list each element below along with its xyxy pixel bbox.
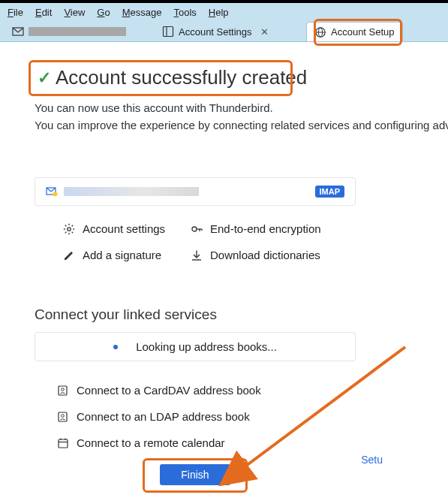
desc-line-1: You can now use this account with Thunde… xyxy=(35,100,413,117)
connect-list: Connect to a CardDAV address book Connec… xyxy=(57,384,413,449)
page-title: Account successfully created xyxy=(56,66,307,89)
menu-message[interactable]: Message xyxy=(116,7,168,18)
svg-line-15 xyxy=(65,231,67,233)
svg-point-8 xyxy=(68,227,71,230)
lookup-text: Looking up address books... xyxy=(136,340,277,353)
settings-panel-icon xyxy=(162,26,174,38)
download-icon xyxy=(191,249,203,261)
quick-links: Account settings End-to-end encryption A… xyxy=(63,222,413,261)
svg-point-7 xyxy=(53,192,58,197)
connect-carddav[interactable]: Connect to a CardDAV address book xyxy=(57,384,413,397)
link-label: Add a signature xyxy=(83,249,161,261)
connect-calendar[interactable]: Connect to a remote calendar xyxy=(57,436,413,449)
svg-point-26 xyxy=(62,414,65,417)
tab-inbox[interactable] xyxy=(5,22,155,41)
gear-icon xyxy=(63,223,75,235)
svg-line-13 xyxy=(65,225,67,226)
account-email-redacted xyxy=(64,187,199,196)
link-label: End-to-end encryption xyxy=(210,222,321,235)
link-e2e-encryption[interactable]: End-to-end encryption xyxy=(191,222,341,235)
tab-label: Account Setup xyxy=(331,26,395,38)
checkmark-icon: ✓ xyxy=(38,68,51,88)
link-label: Account settings xyxy=(83,222,165,235)
svg-point-24 xyxy=(62,388,65,391)
close-icon[interactable]: ✕ xyxy=(260,26,270,37)
svg-rect-27 xyxy=(59,439,68,448)
svg-line-16 xyxy=(72,225,74,226)
description: You can now use this account with Thunde… xyxy=(35,100,413,134)
mail-icon xyxy=(46,186,58,198)
mail-icon xyxy=(12,26,24,38)
svg-point-17 xyxy=(192,227,197,231)
key-icon xyxy=(191,223,203,235)
link-download-dictionaries[interactable]: Download dictionaries xyxy=(191,249,341,261)
globe-icon xyxy=(314,26,326,38)
linked-services-title: Connect your linked services xyxy=(35,306,413,323)
finish-button[interactable]: Finish xyxy=(160,464,230,485)
tabbar: Account Settings ✕ Account Setup xyxy=(0,21,448,42)
main-content: ✓ Account successfully created You can n… xyxy=(0,42,448,485)
account-card: IMAP xyxy=(35,177,356,206)
desc-line-2: You can improve the experience by connec… xyxy=(35,117,413,134)
menu-file[interactable]: File xyxy=(2,7,29,18)
tab-inbox-label-redacted xyxy=(29,27,126,36)
svg-rect-1 xyxy=(164,27,173,37)
menu-tools[interactable]: Tools xyxy=(167,7,202,18)
calendar-icon xyxy=(57,437,69,449)
loading-dot-icon xyxy=(113,345,118,349)
tab-account-setup[interactable]: Account Setup xyxy=(306,22,403,41)
setup-link-partial[interactable]: Setu xyxy=(361,454,383,466)
link-add-signature[interactable]: Add a signature xyxy=(63,249,191,261)
menu-help[interactable]: Help xyxy=(203,7,235,18)
addressbook-icon xyxy=(57,385,69,397)
connect-label: Connect to a remote calendar xyxy=(77,436,225,449)
page-heading: ✓ Account successfully created xyxy=(35,63,314,92)
menubar: File Edit View Go Message Tools Help xyxy=(0,3,448,21)
tab-account-settings[interactable]: Account Settings ✕ xyxy=(155,22,305,41)
tab-label: Account Settings xyxy=(179,26,252,38)
menu-view[interactable]: View xyxy=(58,7,91,18)
svg-line-14 xyxy=(72,231,74,233)
finish-wrap: Finish Setu xyxy=(35,464,356,485)
menu-edit[interactable]: Edit xyxy=(29,7,58,18)
connect-ldap[interactable]: Connect to an LDAP address book xyxy=(57,410,413,423)
pencil-icon xyxy=(63,249,75,261)
link-account-settings[interactable]: Account settings xyxy=(63,222,191,235)
lookup-status: Looking up address books... xyxy=(35,332,356,361)
link-label: Download dictionaries xyxy=(210,249,320,261)
protocol-badge: IMAP xyxy=(315,186,345,198)
connect-label: Connect to an LDAP address book xyxy=(77,410,250,423)
menu-go[interactable]: Go xyxy=(91,7,116,18)
connect-label: Connect to a CardDAV address book xyxy=(77,384,261,397)
addressbook-icon xyxy=(57,411,69,423)
